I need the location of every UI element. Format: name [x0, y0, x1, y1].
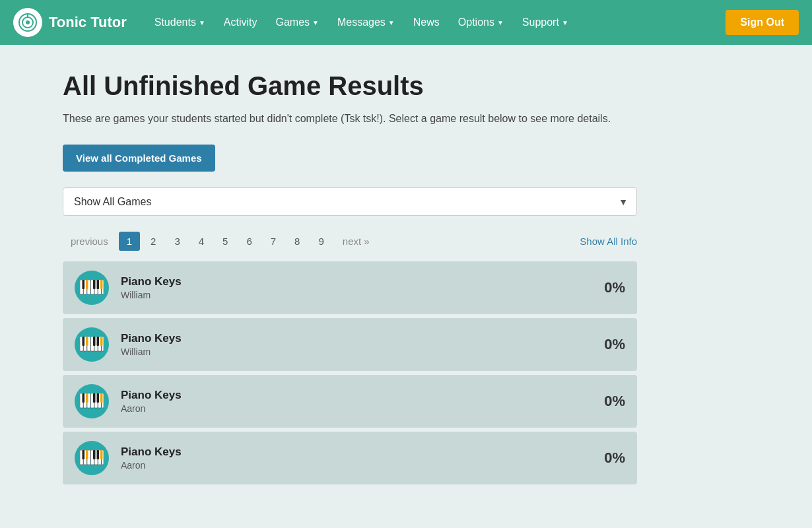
- page-3-button[interactable]: 3: [166, 232, 187, 251]
- game-icon: [75, 271, 109, 305]
- page-7-button[interactable]: 7: [263, 232, 284, 251]
- svg-rect-15: [100, 280, 103, 289]
- game-info: Piano Keys William: [121, 275, 574, 300]
- svg-rect-26: [97, 337, 100, 346]
- sign-out-button[interactable]: Sign Out: [726, 10, 799, 35]
- game-row[interactable]: Piano Keys William 0%: [63, 261, 637, 314]
- game-icon: [75, 384, 109, 418]
- game-info: Piano Keys Aaron: [121, 446, 574, 471]
- nav-students[interactable]: Students ▼: [147, 11, 213, 34]
- page-5-button[interactable]: 5: [215, 232, 236, 251]
- game-row[interactable]: Piano Keys Aaron 0%: [63, 432, 637, 484]
- svg-rect-51: [100, 450, 103, 459]
- nav-support[interactable]: Support ▼: [514, 11, 576, 34]
- svg-rect-25: [93, 337, 96, 346]
- view-completed-button[interactable]: View all Completed Games: [63, 145, 215, 172]
- nav-items: Students ▼ Activity Games ▼ Messages ▼ N…: [147, 11, 726, 34]
- messages-arrow-icon: ▼: [388, 19, 395, 26]
- support-arrow-icon: ▼: [562, 19, 568, 26]
- game-row[interactable]: Piano Keys Aaron 0%: [63, 375, 637, 428]
- game-icon: [75, 441, 109, 475]
- game-name: Piano Keys: [121, 275, 574, 288]
- svg-rect-48: [86, 450, 88, 459]
- nav-messages[interactable]: Messages ▼: [329, 11, 403, 34]
- options-arrow-icon: ▼: [497, 19, 504, 26]
- game-info: Piano Keys Aaron: [121, 389, 574, 414]
- page-title: All Unfinished Game Results: [63, 71, 749, 101]
- game-student: Aaron: [121, 460, 574, 471]
- game-score: 0%: [586, 279, 625, 296]
- nav-news[interactable]: News: [405, 11, 448, 34]
- logo-link[interactable]: Tonic Tutor: [13, 8, 127, 37]
- students-arrow-icon: ▼: [199, 19, 205, 26]
- svg-rect-23: [83, 337, 85, 346]
- game-score: 0%: [586, 393, 625, 410]
- page-1-button[interactable]: 1: [119, 232, 140, 251]
- nav-activity[interactable]: Activity: [216, 11, 265, 34]
- svg-rect-11: [83, 280, 85, 289]
- game-student: William: [121, 346, 574, 357]
- svg-point-2: [26, 20, 30, 24]
- filter-wrap: Show All Games ▼: [63, 187, 637, 216]
- logo-text: Tonic Tutor: [49, 14, 127, 31]
- filter-select[interactable]: Show All Games: [63, 187, 637, 216]
- game-score: 0%: [586, 449, 625, 467]
- main-content: All Unfinished Game Results These are ga…: [43, 45, 769, 511]
- svg-rect-27: [100, 337, 103, 346]
- navigation: Tonic Tutor Students ▼ Activity Games ▼ …: [0, 0, 812, 45]
- game-info: Piano Keys William: [121, 332, 574, 357]
- next-page-button[interactable]: next »: [335, 232, 378, 251]
- pagination: previous 1 2 3 4 5 6 7 8 9 next »: [63, 232, 378, 251]
- nav-games[interactable]: Games ▼: [267, 11, 326, 34]
- svg-rect-12: [86, 280, 88, 289]
- svg-rect-47: [83, 450, 85, 459]
- game-name: Piano Keys: [121, 389, 574, 402]
- game-student: William: [121, 290, 574, 300]
- svg-rect-37: [93, 393, 96, 403]
- svg-rect-13: [93, 280, 96, 289]
- svg-rect-38: [97, 393, 100, 403]
- logo-icon: [13, 8, 42, 37]
- svg-rect-35: [83, 393, 85, 403]
- game-name: Piano Keys: [121, 446, 574, 459]
- game-score: 0%: [586, 336, 625, 353]
- game-row[interactable]: Piano Keys William 0%: [63, 318, 637, 371]
- svg-rect-14: [97, 280, 100, 289]
- show-all-info-button[interactable]: Show All Info: [580, 236, 637, 247]
- page-description: These are games your students started bu…: [63, 113, 749, 125]
- nav-options[interactable]: Options ▼: [450, 11, 512, 34]
- svg-rect-50: [97, 450, 100, 459]
- page-2-button[interactable]: 2: [143, 232, 164, 251]
- previous-page-button[interactable]: previous: [63, 232, 116, 251]
- page-9-button[interactable]: 9: [310, 232, 331, 251]
- games-arrow-icon: ▼: [312, 19, 319, 26]
- game-name: Piano Keys: [121, 332, 574, 345]
- page-8-button[interactable]: 8: [287, 232, 308, 251]
- page-6-button[interactable]: 6: [238, 232, 259, 251]
- svg-rect-36: [86, 393, 88, 403]
- game-list: Piano Keys William 0%: [63, 261, 637, 484]
- svg-rect-39: [100, 393, 103, 403]
- game-student: Aaron: [121, 403, 574, 414]
- game-icon: [75, 327, 109, 362]
- pagination-row: previous 1 2 3 4 5 6 7 8 9 next » Show A…: [63, 232, 637, 251]
- svg-rect-49: [93, 450, 96, 459]
- svg-rect-24: [86, 337, 88, 346]
- page-4-button[interactable]: 4: [191, 232, 212, 251]
